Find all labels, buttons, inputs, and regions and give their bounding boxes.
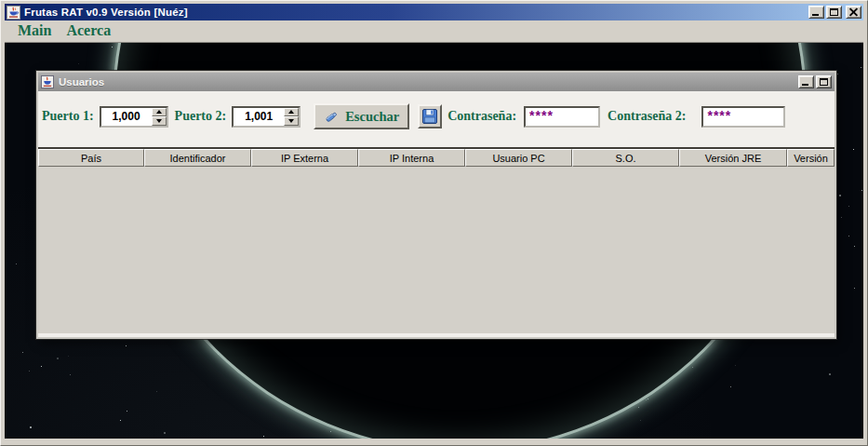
port1-down-button[interactable] bbox=[152, 116, 167, 126]
escuchar-button[interactable]: Escuchar bbox=[314, 103, 409, 129]
up-arrow-icon bbox=[156, 110, 162, 114]
clients-table: País Identificador IP Externa IP Interna… bbox=[38, 147, 835, 333]
titlebar[interactable]: Frutas RAT v0.9 Versión [Nuéz] bbox=[5, 4, 863, 20]
password2-input[interactable] bbox=[701, 106, 785, 128]
usuarios-titlebar[interactable]: Usuarios bbox=[38, 73, 835, 91]
usuarios-body: Puerto 1: Puerto 2: bbox=[38, 91, 835, 337]
column-header-version[interactable]: Versión bbox=[787, 149, 835, 167]
column-header-pais[interactable]: País bbox=[38, 149, 144, 167]
escuchar-label: Escuchar bbox=[345, 109, 399, 125]
column-header-ip-externa[interactable]: IP Externa bbox=[251, 149, 358, 167]
toolbar: Puerto 1: Puerto 2: bbox=[42, 102, 833, 130]
minimize-icon bbox=[802, 84, 808, 86]
minimize-button[interactable] bbox=[808, 6, 824, 19]
desktop-background: Usuarios Puerto 1: Puerto 2: bbox=[5, 43, 863, 439]
port1-label: Puerto 1: bbox=[42, 109, 94, 124]
port1-input[interactable] bbox=[101, 108, 152, 126]
password-label: Contraseña: bbox=[447, 109, 516, 124]
table-body-empty bbox=[38, 167, 835, 333]
java-cup-icon bbox=[41, 75, 54, 88]
minimize-icon bbox=[812, 14, 819, 16]
up-arrow-icon bbox=[288, 110, 294, 114]
port2-spinner bbox=[232, 106, 300, 128]
usuarios-window: Usuarios Puerto 1: Puerto 2: bbox=[36, 71, 836, 339]
usuarios-title: Usuarios bbox=[59, 76, 104, 88]
down-arrow-icon bbox=[156, 119, 162, 123]
maximize-icon bbox=[830, 8, 838, 16]
port1-spinner bbox=[100, 106, 168, 128]
column-header-usuario-pc[interactable]: Usuario PC bbox=[465, 149, 572, 167]
main-window: Frutas RAT v0.9 Versión [Nuéz] Main Acer… bbox=[0, 0, 868, 446]
maximize-button[interactable] bbox=[826, 6, 842, 19]
port1-up-button[interactable] bbox=[152, 108, 167, 117]
column-header-version-jre[interactable]: Versión JRE bbox=[679, 149, 787, 167]
maximize-icon bbox=[820, 78, 828, 86]
down-arrow-icon bbox=[288, 119, 294, 123]
save-button[interactable] bbox=[418, 104, 442, 128]
brush-icon bbox=[324, 110, 340, 124]
menu-bar: Main Acerca bbox=[5, 20, 863, 43]
port2-input[interactable] bbox=[234, 108, 284, 126]
menu-item-acerca[interactable]: Acerca bbox=[59, 21, 118, 41]
password2-label: Contraseña 2: bbox=[608, 109, 686, 124]
password-input[interactable] bbox=[524, 106, 600, 128]
window-title: Frutas RAT v0.9 Versión [Nuéz] bbox=[24, 7, 188, 18]
close-button[interactable] bbox=[846, 6, 861, 19]
floppy-disk-icon bbox=[421, 108, 438, 125]
port2-up-button[interactable] bbox=[284, 108, 299, 117]
close-icon bbox=[849, 8, 858, 16]
column-header-identificador[interactable]: Identificador bbox=[144, 149, 251, 167]
java-cup-icon bbox=[7, 6, 20, 20]
menu-item-main[interactable]: Main bbox=[10, 21, 59, 41]
minimize-button[interactable] bbox=[798, 75, 814, 88]
column-header-so[interactable]: S.O. bbox=[572, 149, 679, 167]
port2-label: Puerto 2: bbox=[175, 109, 227, 124]
port2-down-button[interactable] bbox=[284, 116, 299, 126]
maximize-button[interactable] bbox=[816, 75, 832, 88]
column-header-ip-interna[interactable]: IP Interna bbox=[358, 149, 465, 167]
table-header-row: País Identificador IP Externa IP Interna… bbox=[38, 149, 835, 167]
